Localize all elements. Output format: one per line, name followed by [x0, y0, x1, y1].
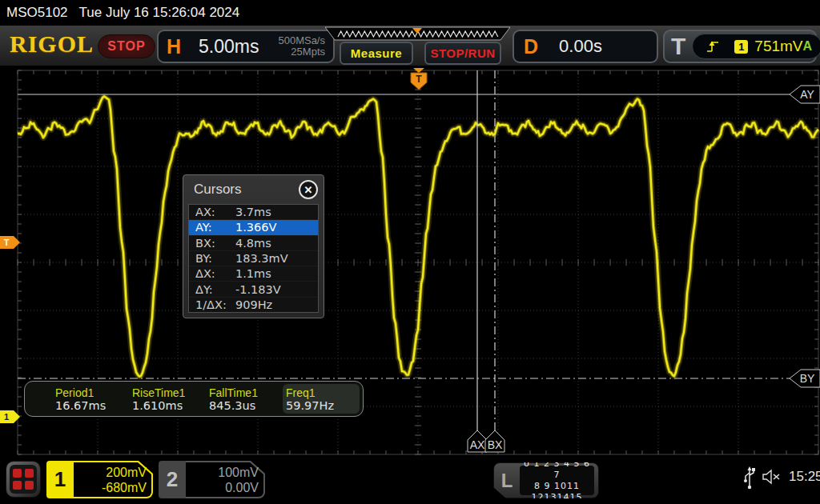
waveform-preview-bar[interactable]	[324, 26, 512, 42]
cursor-row-by[interactable]: BY:183.3mV	[189, 251, 318, 266]
measurement-risetime1[interactable]: RiseTime11.610ms	[129, 384, 206, 414]
measurement-label: RiseTime1	[132, 386, 206, 399]
cursor-row-label: AY:	[195, 221, 235, 234]
cursor-row-x[interactable]: ΔX:1.1ms	[189, 266, 318, 282]
trigger-panel[interactable]: T 1 751mV A	[663, 30, 817, 63]
usb-icon	[743, 466, 756, 490]
horizontal-panel[interactable]: H 5.00ms 500MSa/s 25Mpts	[157, 30, 335, 63]
stop-run-button[interactable]: STOP/RUN	[424, 42, 501, 65]
cursors-dialog-title: Cursors	[194, 182, 242, 198]
cursor-row-label: ΔY:	[195, 283, 235, 296]
delay-label: D	[524, 35, 538, 58]
bottom-bar: 1 200mV -680mV 2 100mV 0.00V L	[0, 456, 820, 504]
measurement-label: Freq1	[286, 386, 360, 399]
cursor-row-label: AX:	[195, 206, 235, 218]
measurement-period1[interactable]: Period116.67ms	[52, 384, 129, 414]
channel1-number: 1	[46, 461, 74, 498]
delay-value: 0.00s	[559, 36, 602, 57]
channel2-offset: 0.00V	[225, 480, 259, 495]
header-bar: RIGOL STOP H 5.00ms 500MSa/s 25Mpts Meas…	[0, 26, 820, 67]
cursor-ay-tag-label: AY	[800, 88, 814, 101]
waveform-preview-svg	[324, 26, 512, 42]
delay-panel[interactable]: D 0.00s	[512, 30, 658, 63]
cursor-row-label: BY:	[195, 252, 235, 265]
logic-analyzer-label: L	[494, 470, 520, 492]
cursor-row-value: 3.7ms	[235, 206, 271, 218]
measurement-panel: Period116.67msRiseTime11.610msFallTime18…	[24, 381, 364, 417]
logic-row-2: 8 9 1011 12131415	[520, 481, 594, 503]
sample-rate: 500MSa/s	[278, 34, 325, 46]
channel2-scale: 100mV	[218, 465, 259, 480]
channel2-badge[interactable]: 2 100mV 0.00V	[159, 461, 265, 498]
measurement-freq1[interactable]: Freq159.97Hz	[283, 384, 360, 414]
cursor-bx-tag-label: BX	[488, 438, 503, 451]
cursor-row-bx[interactable]: BX:4.8ms	[189, 236, 318, 251]
measurement-label: Period1	[55, 386, 129, 399]
model-name: MSO5102	[6, 5, 68, 21]
cursor-row-value: 1.366V	[235, 221, 276, 234]
trigger-mode: A	[803, 39, 813, 54]
channel2-number: 2	[159, 461, 186, 498]
logic-channel-list: 0 1 2 3 4 5 6 7 8 9 1011 12131415	[520, 466, 594, 495]
rising-edge-icon	[705, 39, 720, 54]
cursor-row-value: 1.1ms	[235, 267, 271, 280]
datetime-text: Tue July 16 15:26:04 2024	[79, 5, 240, 21]
measurement-value: 59.97Hz	[286, 399, 360, 412]
trigger-level-label: T	[4, 238, 10, 247]
measurement-value: 845.3us	[209, 399, 283, 412]
channel1-offset: -680mV	[102, 480, 147, 495]
cursor-row-value: 183.3mV	[235, 252, 288, 265]
trigger-level-value: 751mV	[754, 38, 802, 55]
logic-row-1: 0 1 2 3 4 5 6 7	[520, 458, 594, 481]
cursor-row-value: -1.183V	[235, 283, 281, 296]
trigger-position-label: T	[416, 74, 422, 85]
oscilloscope-screen: MSO5102 Tue July 16 15:26:04 2024 RIGOL …	[0, 0, 820, 504]
close-icon[interactable]: ✕	[299, 180, 318, 199]
cursor-row-label: 1/ΔX:	[195, 298, 235, 311]
run-state-badge: STOP	[98, 34, 155, 58]
timebase-value: 5.00ms	[199, 36, 259, 58]
trigger-label: T	[671, 33, 685, 60]
rigol-logo: RIGOL	[10, 30, 94, 58]
desktop-grid-button[interactable]	[6, 461, 41, 498]
measurement-value: 16.67ms	[55, 399, 129, 412]
horizontal-label: H	[167, 35, 181, 58]
measurement-label: FallTime1	[209, 386, 283, 399]
measurement-falltime1[interactable]: FallTime1845.3us	[206, 384, 283, 414]
channel1-position-label: 1	[4, 412, 9, 422]
cursors-dialog[interactable]: Cursors ✕ AX:3.7msAY:1.366VBX:4.8msBY:18…	[183, 174, 324, 318]
speaker-muted-icon	[762, 469, 783, 485]
clock-text: 15:25	[789, 469, 820, 485]
cursor-readout-list: AX:3.7msAY:1.366VBX:4.8msBY:183.3mVΔX:1.…	[188, 204, 319, 313]
cursor-row-value: 909Hz	[235, 298, 272, 311]
cursor-row-1x[interactable]: 1/ΔX:909Hz	[189, 298, 318, 312]
cursor-row-ay[interactable]: AY:1.366V	[189, 220, 318, 235]
cursor-by-tag-label: BY	[800, 372, 815, 385]
channel1-badge[interactable]: 1 200mV -680mV	[46, 461, 153, 498]
cursor-row-value: 4.8ms	[235, 237, 271, 250]
measurement-value: 1.610ms	[132, 399, 206, 412]
cursor-row-label: ΔX:	[195, 267, 235, 280]
grid-icon	[10, 465, 37, 494]
cursor-row-label: BX:	[195, 237, 235, 250]
cursor-ax-tag-label: AX	[470, 438, 485, 451]
channel1-scale: 200mV	[106, 465, 147, 480]
trigger-source-badge: 1	[734, 40, 748, 54]
logic-analyzer-badge[interactable]: L 0 1 2 3 4 5 6 7 8 9 1011 12131415	[493, 462, 599, 498]
measure-button[interactable]: Measure	[340, 42, 413, 65]
acquisition-info: 500MSa/s 25Mpts	[278, 35, 325, 58]
cursor-row-y[interactable]: ΔY:-1.183V	[189, 282, 318, 297]
trigger-pill: 1 751mV A	[692, 34, 820, 59]
memory-depth: 25Mpts	[291, 46, 325, 58]
status-bar: MSO5102 Tue July 16 15:26:04 2024	[0, 0, 820, 26]
cursor-row-ax[interactable]: AX:3.7ms	[189, 205, 318, 220]
